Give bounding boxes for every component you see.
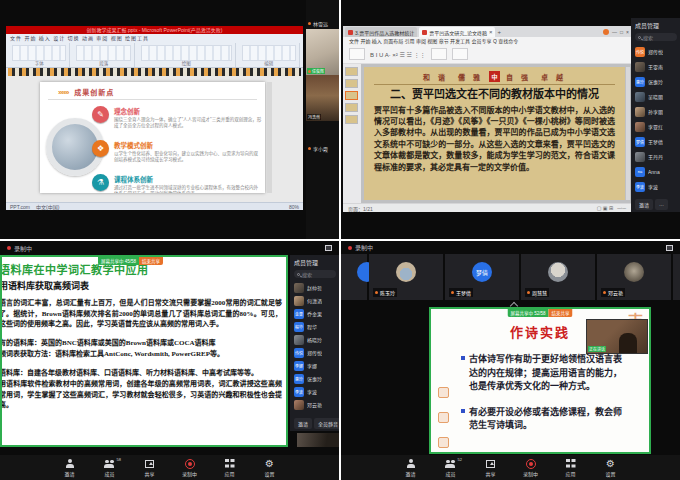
window-title: 创新教学成果汇报.pptx - Microsoft PowerPoint(产品激… bbox=[6, 26, 303, 34]
participant-video[interactable]: 梦倩王梦倩 bbox=[445, 254, 519, 300]
recording-button[interactable]: 录制中 bbox=[519, 459, 543, 477]
share-button[interactable]: 共享 bbox=[138, 459, 162, 477]
invite-button[interactable]: 邀请 bbox=[399, 459, 423, 477]
slide-thumb-selected[interactable] bbox=[345, 91, 358, 100]
member-row[interactable]: 传悦郑传悦 bbox=[635, 44, 677, 59]
font-controls[interactable]: B I U A‧ ×² ☰ ☱ ⋮⋮ bbox=[370, 51, 426, 58]
document-tab-active[interactable]: 贾平凹选文研究_论文终稿× bbox=[419, 27, 495, 37]
members-button[interactable]: 52成员 bbox=[439, 459, 463, 477]
member-row[interactable]: 金果乔金果 bbox=[294, 307, 336, 320]
participant-video-partial[interactable] bbox=[673, 254, 680, 300]
member-row[interactable]: 王雯南 bbox=[635, 59, 677, 74]
layout-switch-icon[interactable] bbox=[325, 245, 332, 251]
member-row[interactable]: 梦倩王梦倩 bbox=[635, 134, 677, 149]
apps-button[interactable]: 应用 bbox=[218, 459, 242, 477]
slide-thumb[interactable] bbox=[345, 67, 358, 76]
ribbon-group-font[interactable]: 字体 bbox=[9, 43, 70, 67]
member-row[interactable]: 李亚红 bbox=[635, 119, 677, 134]
participant-video[interactable]: 任俊辉 bbox=[306, 29, 339, 75]
member-row[interactable]: 传悦郑传悦 bbox=[294, 346, 336, 359]
participant-video[interactable]: 陈玉玲 bbox=[369, 254, 443, 300]
participant-audio-row[interactable]: 李小霞 bbox=[306, 143, 339, 154]
mute-all-button[interactable]: 全员静音 bbox=[314, 418, 339, 429]
member-row[interactable]: naAnna bbox=[635, 164, 677, 179]
avatar bbox=[294, 296, 304, 306]
innovation-item: ⚗ 课程体系创新 通过打造一批学生进不同领域深耕的专业核心课程体系，有效整合校内… bbox=[114, 174, 262, 193]
participant-audio-row[interactable]: 林雪远 bbox=[306, 18, 339, 29]
member-row[interactable]: 李波李波 bbox=[294, 385, 336, 398]
screenshot-collage: 创新教学成果汇报.pptx - Microsoft PowerPoint(产品激… bbox=[0, 0, 680, 480]
member-row[interactable]: 程华程华 bbox=[294, 320, 336, 333]
invite-button[interactable]: 邀请 bbox=[294, 418, 312, 429]
member-panel-title: 成员管理 bbox=[635, 21, 677, 30]
find-replace-button[interactable] bbox=[452, 48, 468, 60]
chevron-decoration: »»» bbox=[58, 88, 68, 97]
record-icon bbox=[185, 459, 195, 469]
slide-thumb[interactable] bbox=[345, 103, 358, 112]
vertical-scrollbar[interactable] bbox=[267, 82, 272, 193]
member-row[interactable]: 吴晓丽 bbox=[635, 89, 677, 104]
window-controls[interactable]: —□× bbox=[603, 29, 629, 35]
share-button[interactable]: 共享 bbox=[479, 459, 503, 477]
more-button[interactable]: … bbox=[655, 199, 668, 210]
view-buttons[interactable]: ▢ ▣ ⊞ bbox=[597, 205, 613, 211]
ribbon-buttons[interactable] bbox=[12, 45, 66, 61]
ribbon-group-editing[interactable]: 编辑 bbox=[239, 43, 300, 67]
zoom-control[interactable]: 80% bbox=[289, 204, 299, 210]
member-search[interactable]: 搜索 bbox=[294, 270, 336, 278]
slide-filmstrip[interactable] bbox=[8, 68, 301, 76]
stop-share-button[interactable]: 结束共享 bbox=[549, 309, 573, 317]
participant-video[interactable]: 冯浩然 bbox=[306, 75, 339, 121]
participant-name-tag: 任俊辉 bbox=[307, 68, 325, 74]
members-button[interactable]: 58成员 bbox=[98, 459, 122, 477]
close-tab-icon[interactable]: × bbox=[489, 29, 493, 35]
participant-video-partial[interactable] bbox=[341, 254, 367, 300]
ribbon-tabs[interactable]: 文件 开始 插入 设计 切换 动画 审阅 视图 绘图工具 bbox=[6, 34, 303, 43]
zoom-slider[interactable]: ─◦─ bbox=[617, 205, 626, 211]
settings-button[interactable]: ⚙设置 bbox=[258, 459, 282, 477]
status-language[interactable]: 中文(中国) bbox=[36, 203, 59, 210]
member-search[interactable]: 搜索 bbox=[635, 33, 677, 41]
settings-button[interactable]: ⚙设置 bbox=[599, 459, 623, 477]
document-content: 语料库在中学词汇教学中应用 用语料库获取高频词表 语言的词汇丰富，总词汇量有上百… bbox=[0, 257, 286, 411]
member-row[interactable]: 李娜李娜 bbox=[294, 359, 336, 372]
ribbon-group-paragraph[interactable]: 段落 bbox=[73, 43, 134, 67]
participant-video[interactable]: 邓云艳 bbox=[597, 254, 671, 300]
stop-share-button[interactable]: 结束共享 bbox=[139, 257, 163, 265]
member-row[interactable]: 杨晓玲 bbox=[294, 333, 336, 346]
menu-bar[interactable]: 文件 开始 插入 页面布局 引用 审阅 视图 章节 开发工具 会员专享 Q 查找… bbox=[343, 37, 631, 45]
document-tab[interactable]: 3.贾平凹作品入选教材统计 bbox=[345, 27, 417, 37]
participant-video[interactable]: 周慧慧 bbox=[521, 254, 595, 300]
invite-button[interactable]: 邀请 bbox=[635, 199, 653, 210]
invite-button[interactable]: 邀请 bbox=[58, 459, 82, 477]
member-row[interactable]: 李波李波 bbox=[635, 179, 677, 194]
new-tab-button[interactable]: + bbox=[497, 29, 501, 35]
styles-button[interactable] bbox=[431, 48, 447, 60]
layout-switch-icon[interactable] bbox=[666, 245, 673, 251]
ribbon-buttons[interactable] bbox=[76, 45, 130, 61]
ribbon-buttons[interactable] bbox=[242, 45, 296, 61]
vertical-scrollbar[interactable] bbox=[626, 67, 630, 200]
self-video-thumbnail[interactable] bbox=[297, 433, 339, 447]
meeting-toolbar: 邀请 52成员 共享 录制中 应用 ⚙设置 bbox=[341, 455, 680, 480]
member-row[interactable]: 邓云艳 bbox=[294, 398, 336, 411]
avatar: 程华 bbox=[294, 322, 304, 332]
paste-button[interactable] bbox=[349, 48, 365, 60]
member-row[interactable]: 王丹丹 bbox=[635, 149, 677, 164]
slide-thumb[interactable] bbox=[345, 115, 358, 124]
slide-thumb[interactable] bbox=[345, 79, 358, 88]
apps-button[interactable]: 应用 bbox=[559, 459, 583, 477]
member-row[interactable]: 赵仲哲 bbox=[294, 281, 336, 294]
member-row[interactable]: 惠玲张惠玲 bbox=[294, 372, 336, 385]
member-row[interactable]: 何潇洒 bbox=[294, 294, 336, 307]
member-row[interactable]: 惠玲张惠玲 bbox=[635, 74, 677, 89]
recording-button[interactable]: 录制中 bbox=[178, 459, 202, 477]
bullet-square-icon bbox=[461, 356, 465, 360]
ribbon-buttons[interactable] bbox=[141, 45, 232, 61]
speaker-video-overlay[interactable]: 正在讲话 bbox=[586, 319, 648, 354]
member-row[interactable]: 孙李丽 bbox=[635, 104, 677, 119]
mic-icon bbox=[308, 22, 311, 25]
avatar: 梦倩 bbox=[472, 262, 492, 282]
ribbon-group-drawing[interactable]: 绘图 bbox=[138, 43, 236, 67]
account-avatar[interactable] bbox=[603, 29, 609, 35]
